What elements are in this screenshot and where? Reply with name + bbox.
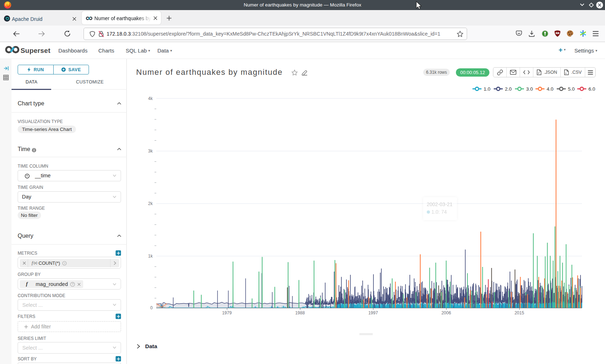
svg-text:4k: 4k <box>148 96 153 101</box>
svg-text:3k: 3k <box>148 149 153 154</box>
svg-text:1988: 1988 <box>295 310 305 315</box>
svg-text:0: 0 <box>150 305 153 310</box>
svg-text:1979: 1979 <box>222 310 232 315</box>
svg-text:2015: 2015 <box>515 310 524 315</box>
svg-text:1997: 1997 <box>368 310 378 315</box>
svg-text:2k: 2k <box>148 201 153 206</box>
svg-text:2006: 2006 <box>442 310 451 315</box>
svg-text:1k: 1k <box>148 254 153 259</box>
